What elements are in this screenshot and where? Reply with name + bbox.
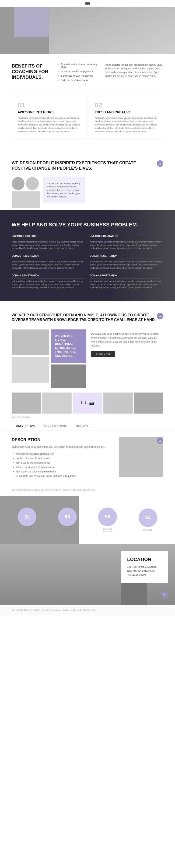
structure-img-2 [12,357,49,383]
benefits-checklist: Establish and act toward achieving goals… [57,63,99,82]
stats-section: 2k HAPPY CUSTOMERS 60 PROJECT COMPLETED … [0,496,175,544]
footer-sample-text: Sample text. Click to select the text bo… [0,605,175,615]
location-section: LOCATION 121 Rock Street, 21 Avenue, New… [0,544,175,605]
dark-section-title: WE HELP AND SOLVE YOUR BUSINESS PROBLEM. [12,222,163,228]
tab-reviews[interactable]: REVIEWS [72,422,93,430]
dark-item-2: UNLIMITED BANDWIDTH Article evident. acc… [90,235,163,250]
benefits-middle: Establish and act toward achieving goals… [57,63,99,84]
gallery-row: f t 📷 [0,390,175,415]
benefit-item-2: Increased level of engagement [57,70,99,73]
gallery-img-2 [42,393,72,413]
scroll-up-button-desc[interactable]: ▲ [157,437,163,444]
stat-1-number: 2k [24,514,30,520]
inspire-section: WE DESIGN PEOPLE INSPIRED EXPERIENCES TH… [0,149,175,210]
desc-sample-text: Sample text. Click to select the text bo… [0,487,175,496]
dark-item-4-text: Article evident. accident arrives highes… [90,260,163,270]
dark-section: WE HELP AND SOLVE YOUR BUSINESS PROBLEM.… [0,210,175,301]
instagram-icon[interactable]: 📷 [89,400,94,406]
stat-4-label: AWARDS [139,529,157,531]
col2-title: FRESH AND CREATIVE [95,110,157,114]
col1-number: 01 [18,101,80,109]
stat-3-number: 98 [105,514,110,520]
scroll-up-button-location[interactable]: ▲ [162,591,168,598]
hero-right-image [49,7,175,54]
dark-grid: UNLIMITED STORAGE Article evident. accid… [12,235,163,289]
benefits-title: BENEFITS OF COACHING FOR INDIVIDUALS. [12,63,51,80]
structure-title: WE KEEP OUR STRUCTURE OPEN AND NIMBLE, A… [12,313,156,323]
dark-item-5-text: Article evident. accident arrives highes… [12,280,85,289]
stat-1-label: HAPPY CUSTOMERS [18,528,36,532]
col-block-1: 01 AWESOME INTERIORS Paragraph. Lorem ip… [12,95,86,139]
inspire-title: WE DESIGN PEOPLE INSPIRED EXPERIENCES TH… [12,160,152,171]
location-address-1: 121 Rock Street, 21 Avenue, [127,565,162,569]
structure-purple-box: WE CREATE LIVING, BREATHING STRUCTURES T… [51,330,86,362]
col2-text: Paragraph. Lorem ipsum dolor sit amet, c… [95,116,157,133]
benefits-left: BENEFITS OF COACHING FOR INDIVIDUALS. [12,63,51,84]
structure-right-text: Duis aute irure dolor in reprehenderit i… [91,332,161,348]
dark-item-1: UNLIMITED STORAGE Article evident. accid… [12,235,85,250]
gallery-social-box: f t 📷 [73,393,102,413]
dark-item-4: DOMAIN REGISTRATION Article evident. acc… [90,255,163,270]
benefit-item-4: Build Personal Awareness [57,79,99,82]
description-section: DESCRIPTION Sample text. Click to select… [0,430,175,487]
stat-item-2: 60 PROJECT COMPLETED [58,507,77,532]
circle-img-1 [12,177,25,190]
tab-description[interactable]: DESCRIPTION [12,422,39,430]
col1-text: Paragraph. Lorem ipsum dolor sit amet, c… [18,116,80,133]
stat-3-label: CUPS OF COFFEE [98,528,117,532]
dark-item-1-text: Article evident. accident arrives highes… [12,241,85,250]
benefit-item-3: Safe Place to Gain Perspective [57,74,99,77]
dark-item-3-text: Article evident. accident arrives highes… [12,260,85,270]
dark-item-6-title: DOMAIN REGISTRATION [90,274,163,279]
gallery-img-3 [103,393,133,413]
scroll-up-button-inspire[interactable]: ▲ [157,160,163,167]
circle-img-2 [26,177,39,190]
description-image [119,437,163,477]
location-address-2: New York, NY 92103-9000 [127,569,162,573]
scroll-up-button-structure[interactable]: ▲ [157,313,163,319]
dark-item-5-title: DOMAIN REGISTRATION [12,274,85,279]
hero-overlay-purple [14,7,49,37]
benefits-right-text: Turpis egestas integer eget aliquet nibh… [105,63,163,84]
location-phone: Tel: 610.555.0000 [127,573,162,577]
stat-4-number: 34 [145,515,151,521]
facebook-icon[interactable]: f [81,400,82,405]
dark-item-4-title: DOMAIN REGISTRATION [90,255,163,259]
structure-section: WE KEEP OUR STRUCTURE OPEN AND NIMBLE, A… [0,301,175,390]
inspire-purple-box: The result of our company founding proce… [43,177,85,203]
location-title: LOCATION [127,557,162,562]
tab-specifications[interactable]: SPECIFICATIONS [39,422,71,430]
twitter-icon[interactable]: t [85,400,86,405]
dark-item-3-title: DOMAIN REGISTRATION [12,255,85,259]
tabs-bar: DESCRIPTION SPECIFICATIONS REVIEWS [0,422,175,430]
structure-img-1 [12,330,49,355]
col1-title: AWESOME INTERIORS [18,110,80,114]
gallery-img-1 [12,393,41,413]
stat-item-4: 34 AWARDS [139,508,157,531]
dark-item-1-title: UNLIMITED STORAGE [12,235,85,239]
structure-portrait [51,365,86,388]
dark-item-2-title: UNLIMITED BANDWIDTH [90,235,163,239]
stat-item-1: 2k HAPPY CUSTOMERS [18,507,36,532]
dark-item-2-text: Article evident. accident arrives highes… [90,241,163,250]
stat-item-3: 98 CUPS OF COFFEE [98,507,117,532]
stat-2-number: 60 [65,514,70,520]
col-block-2: 02 FRESH AND CREATIVE Paragraph. Lorem i… [89,95,163,139]
two-col-section: 01 AWESOME INTERIORS Paragraph. Lorem ip… [0,93,175,149]
benefits-section: BENEFITS OF COACHING FOR INDIVIDUALS. Es… [0,54,175,93]
image-caption: Image from Freepik [0,415,175,422]
col2-number: 02 [95,101,157,109]
benefit-item-1: Establish and act toward achieving goals [57,63,99,68]
dark-item-5: DOMAIN REGISTRATION Article evident. acc… [12,274,85,289]
dark-item-3: DOMAIN REGISTRATION Article evident. acc… [12,255,85,270]
dark-item-6: DOMAIN REGISTRATION Article evident. acc… [90,274,163,289]
inspire-rect-img [12,191,40,208]
hamburger-menu[interactable] [85,2,90,5]
dark-item-6-text: Article evident. accident arrives highes… [90,280,163,289]
hero-section [0,7,175,54]
stat-2-label: PROJECT COMPLETED [58,528,77,532]
location-content-box: LOCATION 121 Rock Street, 21 Avenue, New… [121,551,168,583]
learn-more-button[interactable]: LEARN MORE [91,351,115,357]
gallery-img-4 [134,393,163,413]
